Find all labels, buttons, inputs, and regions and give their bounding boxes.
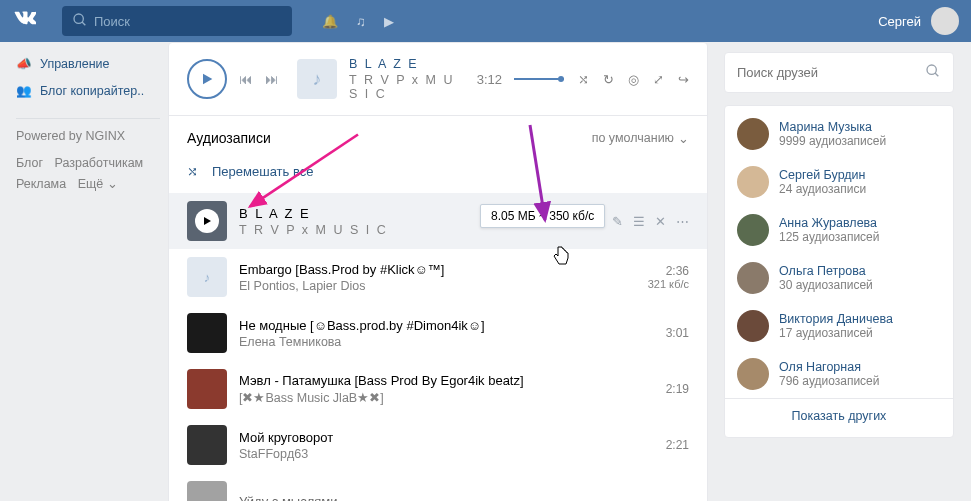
more-icon[interactable]: ⋯ [676,214,689,229]
svg-point-2 [927,65,936,74]
footer-link-dev[interactable]: Разработчикам [55,153,144,174]
friend-search[interactable] [724,52,954,93]
avatar [737,262,769,294]
friend-name: Анна Журавлева [779,216,880,230]
friend-sub: 17 аудиозаписей [779,326,893,340]
friend-row[interactable]: Марина Музыка9999 аудиозаписей [725,110,953,158]
top-bar: 🔔 ♫ ▶ Сергей [0,0,971,42]
sidebar-item-label: Блог копирайтер.. [40,84,144,98]
friend-name: Марина Музыка [779,120,886,134]
footer-link-ads[interactable]: Реклама [16,174,66,195]
track-row[interactable]: Не модные [☺Bass.prod.by #Dimon4ik☺] Еле… [169,305,707,361]
friend-sub: 24 аудиозаписи [779,182,866,196]
avatar [737,118,769,150]
search-icon [925,63,941,82]
search-icon [72,12,88,31]
left-sidebar: 📣 Управление 👥 Блог копирайтер.. Powered… [0,42,168,501]
now-playing-meta: B L A Z E T R V P x M U S I C [349,57,465,101]
footer-link-more[interactable]: Ещё ⌄ [78,174,118,195]
friends-list: Марина Музыка9999 аудиозаписей Сергей Бу… [724,105,954,438]
svg-line-3 [935,73,938,76]
show-more-button[interactable]: Показать других [725,398,953,433]
track-row[interactable]: ♪ Embargo [Bass.Prod by #Klick☺™] El Pon… [169,249,707,305]
sidebar-item-label: Управление [40,57,110,71]
track-artist: StaFFopд63 [239,447,654,461]
friend-name: Оля Нагорная [779,360,880,374]
right-column: Марина Музыка9999 аудиозаписей Сергей Бу… [724,42,954,501]
avatar [737,358,769,390]
friend-name: Сергей Бурдин [779,168,866,182]
chevron-down-icon: ⌄ [678,131,689,146]
track-artist: El Pontios, Lapier Dios [239,279,636,293]
broadcast-icon[interactable]: ◎ [628,72,639,87]
username[interactable]: Сергей [878,14,921,29]
friend-row[interactable]: Виктория Даничева17 аудиозаписей [725,302,953,350]
friend-sub: 125 аудиозаписей [779,230,880,244]
video-icon[interactable]: ▶ [384,14,394,29]
lyrics-icon[interactable]: ⤢ [653,72,664,87]
sidebar-item-blog[interactable]: 👥 Блог копирайтер.. [8,77,168,104]
friend-search-input[interactable] [737,65,925,80]
now-playing-time: 3:12 [477,72,502,87]
prev-track-icon[interactable]: ⏮ [239,71,253,87]
friend-sub: 9999 аудиозаписей [779,134,886,148]
download-tooltip: 8.05 МБ ~ 350 кб/с [480,204,605,228]
content-panel: ⏮ ⏭ ♪ B L A Z E T R V P x M U S I C 3:12… [168,42,708,501]
friend-row[interactable]: Сергей Бурдин24 аудиозаписи [725,158,953,206]
track-title: Мэвл - Патамушка [Bass Prod By Egor4ik b… [239,373,654,388]
track-cover [187,369,227,409]
sidebar-item-manage[interactable]: 📣 Управление [8,50,168,77]
playlist-icon[interactable]: ☰ [633,214,645,229]
friend-row[interactable]: Ольга Петрова30 аудиозаписей [725,254,953,302]
now-playing-cover: ♪ [297,59,337,99]
track-row[interactable]: Мой круговорот StaFFopд63 2:21 [169,417,707,473]
track-title: Embargo [Bass.Prod by #Klick☺™] [239,262,636,277]
avatar[interactable] [931,7,959,35]
avatar [737,166,769,198]
users-icon: 👥 [16,83,32,98]
svg-line-1 [82,22,85,25]
global-search[interactable] [62,6,292,36]
friend-row[interactable]: Анна Журавлева125 аудиозаписей [725,206,953,254]
track-cover[interactable] [187,201,227,241]
shuffle-icon[interactable]: ⤭ [578,72,589,87]
friend-row[interactable]: Оля Нагорная796 аудиозаписей [725,350,953,398]
track-cover [187,481,227,501]
next-track-icon[interactable]: ⏭ [265,71,279,87]
avatar [737,310,769,342]
play-button[interactable] [187,59,227,99]
sort-dropdown[interactable]: по умолчанию ⌄ [592,131,689,146]
track-row[interactable]: B L A Z E T R V P x M U S I C ⬇ ⤢ ✎ ☰ ✕ … [169,193,707,249]
track-duration: 2:36 [648,264,689,278]
repeat-icon[interactable]: ↻ [603,72,614,87]
powered-by: Powered by NGINX [16,129,160,143]
now-playing-bar: ⏮ ⏭ ♪ B L A Z E T R V P x M U S I C 3:12… [169,43,707,116]
friend-sub: 30 аудиозаписей [779,278,873,292]
music-icon[interactable]: ♫ [356,14,366,29]
track-bitrate: 321 кб/с [648,278,689,290]
edit-icon[interactable]: ✎ [612,214,623,229]
footer-link-blog[interactable]: Блог [16,153,43,174]
track-cover [187,425,227,465]
share-icon[interactable]: ↪ [678,72,689,87]
track-title: Не модные [☺Bass.prod.by #Dimon4ik☺] [239,318,654,333]
shuffle-all[interactable]: ⤭ Перемешать все [169,156,707,193]
track-artist: Елена Темникова [239,335,654,349]
track-artist: [✖★Bass Music JlaB★✖] [239,390,654,405]
track-row[interactable]: Мэвл - Патамушка [Bass Prod By Egor4ik b… [169,361,707,417]
friend-sub: 796 аудиозаписей [779,374,880,388]
bell-icon[interactable]: 🔔 [322,14,338,29]
avatar [737,214,769,246]
search-input[interactable] [94,14,282,29]
now-playing-artist: T R V P x M U S I C [349,73,465,101]
volume-slider[interactable] [514,78,564,80]
vk-logo[interactable] [12,6,52,36]
section-title: Аудиозаписи [187,130,271,146]
delete-icon[interactable]: ✕ [655,214,666,229]
track-cover [187,313,227,353]
sidebar-footer: Powered by NGINX Блог Разработчикам Рекл… [8,104,168,204]
track-title: Мой круговорот [239,430,654,445]
now-playing-title: B L A Z E [349,57,465,71]
friend-name: Ольга Петрова [779,264,873,278]
track-row[interactable]: Уйду с мыслями [169,473,707,501]
